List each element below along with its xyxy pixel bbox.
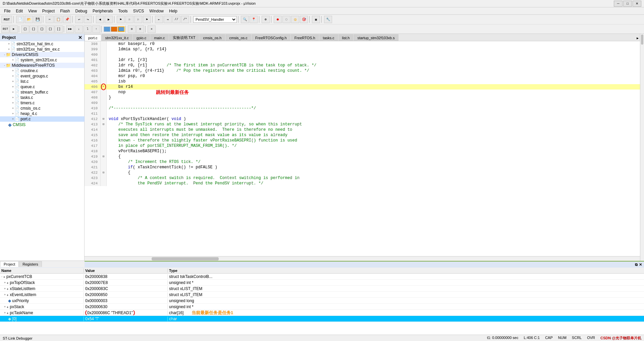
watch-row-0[interactable]: ◆ [0] 0x54 'T' char: [0, 316, 644, 322]
sidebar-item-stm32-hal-tim-ex[interactable]: + 📄 stm32f1xx_hal_tim_ex.c: [0, 47, 84, 52]
expand-icon[interactable]: +: [8, 48, 10, 51]
expand-icon[interactable]: +: [12, 85, 14, 89]
tab-port-c[interactable]: port.c: [85, 35, 101, 41]
color1-button[interactable]: [104, 26, 110, 32]
minimize-button[interactable]: ─: [614, 1, 623, 7]
grid-button[interactable]: ▦: [312, 16, 320, 23]
tb2-btn4[interactable]: {}: [38, 25, 46, 33]
sidebar-item-drivers-cmsis[interactable]: - 📁 Drivers/CMSIS: [0, 52, 84, 57]
tab-startup[interactable]: startup_stm32f103xb.s: [354, 34, 398, 41]
rst-button[interactable]: RST: [1, 16, 12, 23]
color3-button[interactable]: [118, 26, 124, 32]
expand-icon[interactable]: +: [4, 311, 6, 315]
sidebar-item-queue[interactable]: + 📄 queue.c: [0, 84, 84, 90]
sidebar-item-cmsis-dot[interactable]: ◆ CMSIS: [0, 122, 84, 128]
pin-button[interactable]: 📍: [250, 16, 258, 23]
tb2-btn5[interactable]: {}: [46, 25, 54, 33]
sidebar-item-timers[interactable]: + 📄 timers.c: [0, 100, 84, 106]
step-into[interactable]: ↓: [75, 25, 83, 33]
tabs-scroll-arrow[interactable]: ▶: [635, 36, 640, 41]
sidebar-item-heap4[interactable]: + 📄 heap_4.c: [0, 111, 84, 116]
expand-icon[interactable]: +: [8, 42, 10, 46]
watch-row-xEventListItem[interactable]: + ⬧ xEventListItem 0x20000850 struct xLI…: [0, 292, 644, 298]
function-select[interactable]: PendSV_Handler: [193, 16, 237, 23]
bookmark2-button[interactable]: ⚐: [125, 16, 133, 23]
expand-icon[interactable]: +: [4, 293, 6, 296]
sidebar-item-cmsis-os[interactable]: + 📄 cmsis_os.c: [0, 106, 84, 111]
tab-list-h[interactable]: list.h: [338, 34, 354, 41]
menu-help[interactable]: Help: [166, 8, 180, 14]
watch-row-xStateListItem[interactable]: + ⬧ xStateListItem 0x2000083C struct xLI…: [0, 286, 644, 292]
code-editor[interactable]: 398 msr basepri, r0 399 ldmia sp!, {r3, …: [85, 41, 640, 256]
bookmark1-button[interactable]: ⚑: [117, 16, 125, 23]
tab-stm32-it[interactable]: stm32f1xx_it.c: [102, 34, 132, 41]
sidebar-item-stream-buffer[interactable]: + 📄 stream_buffer.c: [0, 90, 84, 95]
bookmark3-button[interactable]: ⚐: [134, 16, 142, 23]
registers-tab[interactable]: Registers: [19, 261, 42, 267]
step-out[interactable]: ↑: [92, 25, 100, 33]
sidebar-item-croutine[interactable]: + 📄 croutine.c: [0, 68, 84, 73]
reset2-button[interactable]: RST: [1, 25, 9, 33]
undo-button[interactable]: ↩: [75, 16, 83, 23]
indent2-button[interactable]: ⇥: [164, 16, 172, 23]
new-button[interactable]: 📄: [16, 16, 24, 23]
menu-peripherals[interactable]: Peripherals: [90, 8, 116, 14]
open-button[interactable]: 📂: [25, 16, 33, 23]
tb2-btn2[interactable]: {}: [21, 25, 29, 33]
menu-svcs[interactable]: SVCS: [130, 8, 147, 14]
tab-cmsis-os-h[interactable]: cmsis_os.h: [199, 34, 225, 41]
tb2-extra2[interactable]: ⚙: [136, 25, 144, 33]
expand-icon[interactable]: +: [12, 117, 14, 121]
watch-row-pxTopOfStack[interactable]: + ⬧ pxTopOfStack 0x200007E8 unsigned int…: [0, 280, 644, 286]
tab-freertos-h[interactable]: FreeRTOS.h: [291, 34, 319, 41]
color2-button[interactable]: [111, 26, 117, 32]
comment2-button[interactable]: /*: [181, 16, 189, 23]
tb2-extra1[interactable]: ⚙: [128, 25, 136, 33]
watch-row-pcTaskName[interactable]: + ⬧ pcTaskName 0x2000086C "THREAD1" char…: [0, 310, 644, 316]
tb2-extra3[interactable]: ✕: [148, 25, 156, 33]
tab-main[interactable]: main.c: [150, 34, 168, 41]
expand-icon[interactable]: -: [1, 275, 2, 278]
project-tab[interactable]: Project: [0, 261, 19, 267]
right-scrollbar[interactable]: [640, 34, 644, 261]
tab-freertos-config[interactable]: FreeRTOSConfig.h: [252, 34, 290, 41]
expand-icon[interactable]: +: [12, 80, 14, 83]
paste-button[interactable]: 📌: [63, 16, 71, 23]
nav-fwd-button[interactable]: ▶: [105, 16, 113, 23]
tb2-btn3[interactable]: {}: [30, 25, 38, 33]
stop-button[interactable]: ●: [274, 16, 282, 23]
circle1-button[interactable]: ○: [282, 16, 290, 23]
menu-file[interactable]: File: [1, 8, 13, 14]
code-horizontal-scrollbar[interactable]: [85, 256, 640, 261]
comment1-button[interactable]: //: [172, 16, 180, 23]
copy-button[interactable]: 📋: [54, 16, 62, 23]
nav-back-button[interactable]: ◀: [96, 16, 104, 23]
wrench-button[interactable]: 🔧: [324, 16, 332, 23]
run-button[interactable]: ▶▶: [66, 25, 74, 33]
watch-row-pxStack[interactable]: + ⬧ pxStack 0x20000630 unsigned int *: [0, 304, 644, 310]
sidebar-item-list[interactable]: + 📄 list.c: [0, 79, 84, 84]
expand-icon[interactable]: +: [4, 287, 6, 290]
expand-icon[interactable]: +: [4, 305, 6, 308]
watch-close-icon[interactable]: ✕: [639, 263, 642, 267]
menu-window[interactable]: Window: [147, 8, 166, 14]
menu-edit[interactable]: Edit: [13, 8, 25, 14]
hscroll-thumb[interactable]: [152, 257, 219, 261]
sidebar-item-system-stm32[interactable]: + 📄 system_stm32f1xx.c: [0, 57, 84, 63]
watch-row-pxCurrentTCB[interactable]: - ⬧ pxCurrentTCB 0x20000838 struct tskTa…: [0, 274, 644, 280]
expand-icon[interactable]: +: [12, 96, 14, 99]
sidebar-item-port[interactable]: + 📄 port.c: [0, 116, 84, 122]
menu-view[interactable]: View: [25, 8, 40, 14]
target-button[interactable]: 🎯: [300, 16, 308, 23]
magnify-button[interactable]: ⊕: [262, 16, 270, 23]
sidebar-item-middlewares-freertos[interactable]: - 📁 Middlewares/FreeRTOS: [0, 63, 84, 68]
watch-row-uxPriority[interactable]: ◆ uxPriority 0x00000003 unsigned long: [0, 298, 644, 304]
search-button[interactable]: 🔍: [241, 16, 249, 23]
cut-button[interactable]: ✂: [46, 16, 54, 23]
maximize-button[interactable]: □: [623, 1, 632, 7]
expand-icon[interactable]: -: [4, 53, 5, 56]
menu-tools[interactable]: Tools: [116, 8, 130, 14]
expand-icon[interactable]: +: [12, 74, 14, 78]
expand-icon[interactable]: +: [4, 281, 6, 284]
expand-icon[interactable]: +: [12, 107, 14, 110]
